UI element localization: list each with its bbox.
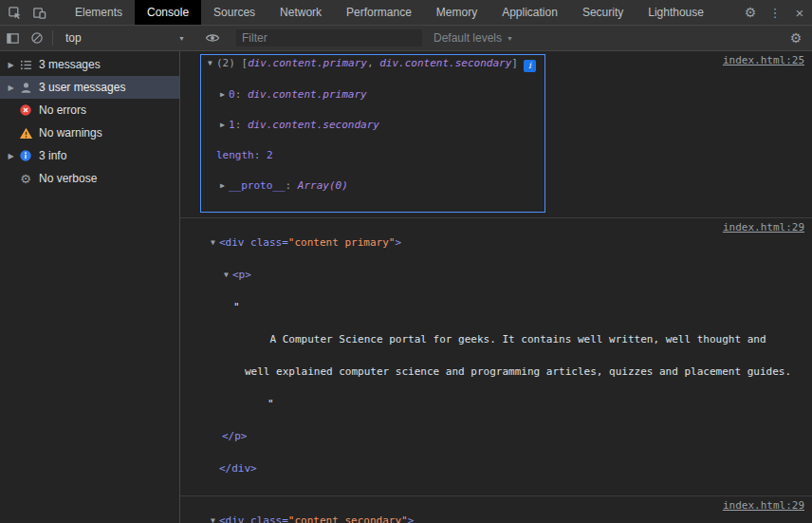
toolbar-separator	[52, 30, 53, 46]
sidebar-item-warnings[interactable]: No warnings	[0, 121, 179, 144]
sidebar-item-label: 3 messages	[39, 58, 101, 71]
chevron-right-icon[interactable]: ▶	[5, 84, 17, 92]
tab-performance[interactable]: Performance	[334, 0, 424, 25]
triangle-right-icon[interactable]: ▶	[216, 87, 229, 103]
close-icon[interactable]: ×	[787, 0, 812, 25]
context-label: top	[65, 31, 82, 45]
user-icon	[18, 80, 33, 95]
tabbar-spacer	[716, 0, 738, 25]
source-link[interactable]: index.html:29	[723, 499, 804, 512]
console-message-dom-node: index.html:29 ▼<div class="content prima…	[180, 218, 812, 496]
console-sidebar-toggle-icon[interactable]	[0, 26, 25, 50]
array-item-preview: div.content.secondary	[379, 57, 511, 69]
console-toolbar: top ▼ Default levels ▼ ⚙	[0, 26, 812, 51]
sidebar-item-verbose[interactable]: ⚙ No verbose	[0, 167, 179, 190]
live-expression-eye-icon[interactable]	[200, 26, 225, 50]
array-property-line: ▶1: div.content.secondary	[204, 118, 536, 148]
warning-icon	[18, 125, 33, 140]
evaluated-array-result[interactable]: ▼(2) [div.content.primary, div.content.s…	[200, 54, 545, 213]
info-icon	[18, 148, 33, 163]
tab-network[interactable]: Network	[268, 0, 334, 25]
devtools-tabbar: Elements Console Sources Network Perform…	[0, 0, 812, 26]
dom-text-quote-line: "	[180, 299, 812, 331]
array-proto-line: ▶__proto__: Array(0)	[204, 178, 536, 209]
chevron-down-icon: ▼	[178, 35, 185, 42]
chevron-down-icon: ▼	[507, 35, 513, 42]
clear-console-icon[interactable]	[25, 26, 49, 50]
sidebar-item-errors[interactable]: No errors	[0, 99, 179, 121]
array-property-line: ▶0: div.content.primary	[204, 87, 536, 118]
sidebar-item-label: No warnings	[39, 126, 102, 140]
console-message-array: index.html:25 ▼(2) [div.content.primary,…	[180, 51, 812, 218]
tab-sources[interactable]: Sources	[201, 0, 268, 25]
console-panel-body: ▶ 3 messages ▶ 3 user messages No errors	[0, 51, 812, 523]
link-row-spacer	[180, 498, 812, 513]
error-icon	[18, 103, 33, 118]
devtools-window: Elements Console Sources Network Perform…	[0, 0, 812, 523]
dom-open-tag-line: ▼<p>	[180, 267, 812, 299]
javascript-context-selector[interactable]: top ▼	[60, 31, 191, 45]
array-preview-line: ▼(2) [div.content.primary, div.content.s…	[204, 56, 536, 87]
dom-open-tag-line: ▼<div class="content secondary">	[180, 513, 812, 523]
dom-close-tag-line: </div>	[180, 460, 812, 493]
chevron-right-icon[interactable]: ▶	[5, 152, 17, 160]
sidebar-item-label: 3 info	[39, 149, 66, 162]
tab-memory[interactable]: Memory	[424, 0, 489, 25]
sidebar-item-label: No errors	[39, 103, 86, 117]
sidebar-item-label: 3 user messages	[39, 81, 125, 94]
tabbar-left-icons	[0, 0, 53, 25]
dom-open-tag-line: ▼<div class="content primary">	[180, 234, 812, 267]
sidebar-item-info[interactable]: ▶ 3 info	[0, 144, 179, 167]
array-length-count: (2)	[216, 57, 242, 69]
dom-close-tag-line: </p>	[180, 428, 812, 460]
triangle-down-icon[interactable]: ▼	[204, 56, 216, 71]
panel-tabs: Elements Console Sources Network Perform…	[63, 0, 716, 25]
inspect-element-icon[interactable]	[2, 0, 27, 25]
array-item-preview: div.content.primary	[248, 57, 367, 69]
sidebar-item-label: No verbose	[39, 172, 97, 185]
triangle-down-icon[interactable]: ▼	[207, 234, 219, 251]
console-message-dom-node: index.html:29 ▼<div class="content secon…	[180, 496, 812, 523]
sidebar-item-user-messages[interactable]: ▶ 3 user messages	[0, 76, 179, 99]
console-messages-pane: index.html:25 ▼(2) [div.content.primary,…	[180, 51, 812, 523]
array-length-line: length: 2	[204, 148, 536, 178]
dom-text-line: A Computer Science portal for geeks. It …	[180, 331, 812, 364]
link-row-spacer	[180, 220, 812, 234]
messages-list-icon	[18, 57, 33, 72]
console-settings-gear-icon[interactable]: ⚙	[784, 26, 808, 50]
source-link[interactable]: index.html:29	[723, 221, 804, 233]
device-toolbar-icon[interactable]	[27, 0, 51, 25]
console-sidebar: ▶ 3 messages ▶ 3 user messages No errors	[0, 51, 180, 523]
log-levels-dropdown[interactable]: Default levels ▼	[434, 31, 513, 45]
info-badge-icon[interactable]: i	[524, 60, 536, 72]
log-levels-label: Default levels	[434, 31, 502, 45]
filter-input[interactable]	[236, 29, 422, 47]
tab-lighthouse[interactable]: Lighthouse	[636, 0, 716, 25]
tab-console[interactable]: Console	[135, 0, 201, 25]
source-link[interactable]: index.html:25	[723, 54, 804, 66]
triangle-right-icon[interactable]: ▶	[216, 118, 229, 133]
tab-elements[interactable]: Elements	[63, 0, 135, 25]
sidebar-item-all-messages[interactable]: ▶ 3 messages	[0, 53, 179, 76]
dom-text-quote-line: "	[180, 396, 812, 428]
tab-application[interactable]: Application	[489, 0, 570, 25]
more-menu-icon[interactable]: ⋮	[763, 0, 787, 25]
tab-security[interactable]: Security	[570, 0, 636, 25]
settings-gear-icon[interactable]: ⚙	[738, 0, 763, 25]
triangle-down-icon[interactable]: ▼	[220, 267, 232, 283]
triangle-right-icon[interactable]: ▶	[216, 178, 229, 194]
triangle-down-icon[interactable]: ▼	[207, 513, 219, 523]
dom-text-line: well explained computer science and prog…	[180, 364, 812, 396]
chevron-right-icon[interactable]: ▶	[5, 61, 17, 69]
verbose-gear-icon: ⚙	[18, 171, 33, 186]
